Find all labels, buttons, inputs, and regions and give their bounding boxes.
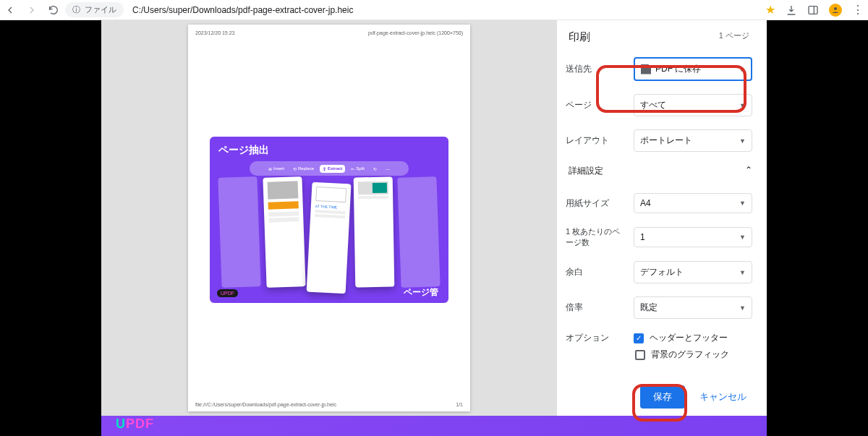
sheet-count: 1 ページ [719,30,749,44]
scale-dropdown[interactable]: 既定 ▼ [634,296,752,319]
hero-toolbar: ⊕ Insert ⟲ Replace ⇪ Extract ✂ Split ↻ ⋯ [250,161,409,176]
chevron-down-icon: ▼ [739,200,746,207]
advanced-label: 詳細設定 [569,165,603,177]
margin-label: 余白 [566,266,628,278]
pages-dropdown[interactable]: すべて ▼ [634,94,752,116]
panel-icon[interactable] [807,4,819,16]
hero-subtitle: ページ管 [404,286,438,299]
address-bar[interactable]: ⓘ ファイル [65,2,124,17]
destination-label: 送信先 [566,63,628,75]
hero-card [218,176,260,288]
chevron-up-icon: ⌃ [745,165,752,177]
pages-value: すべて [640,99,666,111]
options-label: オプション [566,332,628,344]
updf-footer-logo: UPDF [116,416,154,432]
browser-toolbar: ⓘ ファイル C:/Users/super/Downloads/pdf-page… [0,0,868,20]
pages-per-sheet-value: 1 [640,232,645,242]
preview-header-date: 2023/12/20 15:23 [195,30,235,35]
pdf-file-icon [641,64,651,74]
pages-label: ページ [566,99,628,111]
preview-hero: ページ抽出 ⊕ Insert ⟲ Replace ⇪ Extract ✂ Spl… [210,137,448,303]
print-settings-panel: 印刷 1 ページ 送信先 PDF に保存 ▼ ページ すべて ▼ レイア [557,20,767,416]
svg-point-1 [834,7,837,10]
forward-icon[interactable] [26,4,38,16]
letterbox-left [0,20,101,436]
url-text: C:/Users/super/Downloads/pdf-page-extrac… [132,5,353,15]
chevron-down-icon: ▼ [739,269,746,276]
hero-card: AT THE TIME [307,182,352,294]
header-footer-checkbox[interactable]: ✓ [634,333,644,343]
hero-title: ページ抽出 [218,144,440,157]
pages-per-sheet-label: 1 枚あたりのページ数 [566,226,628,248]
reload-icon[interactable] [48,4,59,16]
scale-label: 倍率 [566,302,628,314]
info-icon: ⓘ [72,4,80,15]
profile-avatar[interactable] [829,4,842,17]
preview-header-file: pdf-page-extract-cover-jp.heic (1200×750… [368,30,463,35]
hero-card [397,176,440,288]
preview-footer-path: file:///C:/Users/super/Downloads/pdf-pag… [195,402,336,407]
tool-more-icon: ⋯ [383,165,393,173]
chevron-down-icon: ▼ [739,137,746,145]
print-title: 印刷 [569,30,590,44]
svg-rect-0 [809,6,817,14]
cancel-button[interactable]: キャンセル [692,385,754,409]
margin-dropdown[interactable]: デフォルト ▼ [634,261,752,283]
destination-value: PDF に保存 [655,63,701,75]
layout-dropdown[interactable]: ポートレート ▼ [634,129,752,152]
print-preview-area: 2023/12/20 15:23 pdf-page-extract-cover-… [101,20,557,416]
header-footer-text: ヘッダーとフッター [650,332,728,344]
kebab-menu-icon[interactable]: ⋮ [852,3,864,17]
bookmark-star-icon[interactable]: ★ [765,3,775,17]
destination-dropdown[interactable]: PDF に保存 ▼ [634,57,752,81]
layout-value: ポートレート [640,134,692,147]
margin-value: デフォルト [640,266,684,278]
chevron-down-icon: ▼ [739,102,746,109]
back-icon[interactable] [4,4,16,16]
paper-size-label: 用紙サイズ [566,197,628,210]
print-dialog: 2023/12/20 15:23 pdf-page-extract-cover-… [101,20,767,416]
chevron-down-icon: ▼ [739,66,745,73]
preview-footer-page: 1/1 [456,402,463,407]
page-preview: 2023/12/20 15:23 pdf-page-extract-cover-… [188,25,470,411]
background-graphics-text: 背景のグラフィック [651,349,729,361]
tool-replace: ⟲ Replace [290,165,317,173]
chevron-down-icon: ▼ [739,304,746,312]
hero-card [354,177,395,288]
scale-value: 既定 [640,302,658,314]
viewport: 2023/12/20 15:23 pdf-page-extract-cover-… [0,20,868,436]
letterbox-right [767,20,868,436]
tool-split: ✂ Split [348,165,367,173]
file-label: ファイル [85,4,116,15]
tool-extract: ⇪ Extract [320,165,345,173]
pages-per-sheet-dropdown[interactable]: 1 ▼ [634,227,752,247]
advanced-settings-toggle[interactable]: 詳細設定 ⌃ [569,165,752,177]
paper-size-value: A4 [640,198,651,208]
chevron-down-icon: ▼ [739,234,746,241]
paper-size-dropdown[interactable]: A4 ▼ [634,193,752,213]
layout-label: レイアウト [566,134,628,147]
save-button[interactable]: 保存 [640,385,685,409]
background-graphics-checkbox[interactable] [635,350,645,360]
tool-insert: ⊕ Insert [265,165,287,173]
download-icon[interactable] [786,4,797,16]
hero-card [263,176,305,288]
updf-badge: UPDF [217,289,238,297]
tool-rotate-icon: ↻ [370,165,380,173]
